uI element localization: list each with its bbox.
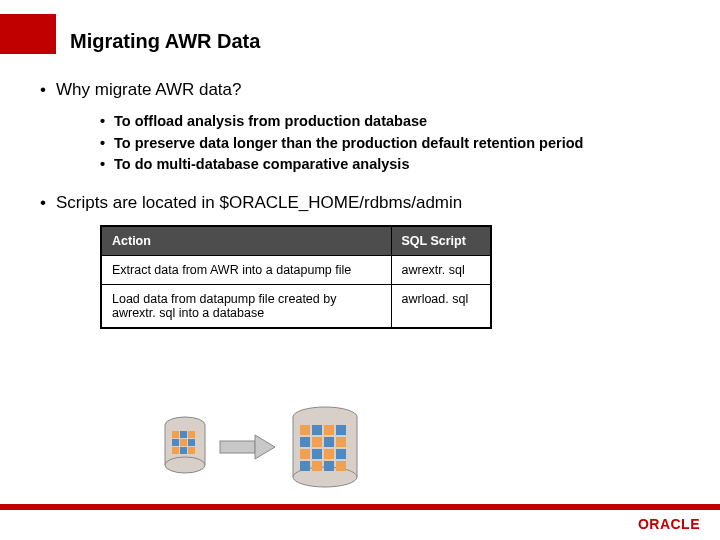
svg-rect-33 [300, 461, 310, 471]
table-row: Extract data from AWR into a datapump fi… [101, 255, 491, 284]
svg-rect-28 [336, 437, 346, 447]
slide-title: Migrating AWR Data [70, 30, 260, 53]
table-row: Load data from datapump file created by … [101, 284, 491, 328]
header-action: Action [101, 226, 391, 256]
reasons-list: To offload analysis from production data… [100, 112, 680, 175]
svg-rect-26 [312, 437, 322, 447]
svg-rect-36 [336, 461, 346, 471]
content-area: Why migrate AWR data? To offload analysi… [40, 80, 680, 329]
svg-rect-22 [312, 425, 322, 435]
database-migration-diagram [150, 405, 400, 495]
reason-item: To do multi-database comparative analysi… [100, 155, 680, 175]
source-database-icon [165, 417, 205, 473]
svg-rect-13 [188, 447, 195, 454]
svg-rect-9 [180, 439, 187, 446]
svg-rect-31 [324, 449, 334, 459]
cell-action: Extract data from AWR into a datapump fi… [101, 255, 391, 284]
svg-rect-7 [188, 431, 195, 438]
svg-rect-23 [324, 425, 334, 435]
table-header-row: Action SQL Script [101, 226, 491, 256]
scripts-table: Action SQL Script Extract data from AWR … [100, 225, 492, 329]
svg-rect-10 [188, 439, 195, 446]
bullet-scripts-location: Scripts are located in $ORACLE_HOME/rdbm… [40, 193, 680, 213]
reason-item: To preserve data longer than the product… [100, 134, 680, 154]
oracle-logo: ORACLE [638, 516, 700, 532]
bullet-why-migrate: Why migrate AWR data? [40, 80, 680, 100]
svg-rect-11 [172, 447, 179, 454]
cell-action: Load data from datapump file created by … [101, 284, 391, 328]
svg-rect-29 [300, 449, 310, 459]
target-database-icon [293, 407, 357, 487]
cell-script: awrload. sql [391, 284, 491, 328]
svg-rect-35 [324, 461, 334, 471]
scripts-table-wrap: Action SQL Script Extract data from AWR … [100, 225, 680, 329]
svg-rect-24 [336, 425, 346, 435]
svg-rect-27 [324, 437, 334, 447]
reason-item: To offload analysis from production data… [100, 112, 680, 132]
svg-rect-14 [220, 441, 255, 453]
header-accent-block [0, 14, 56, 54]
svg-rect-34 [312, 461, 322, 471]
footer-accent-bar [0, 504, 720, 510]
svg-rect-5 [172, 431, 179, 438]
svg-rect-32 [336, 449, 346, 459]
svg-rect-25 [300, 437, 310, 447]
svg-point-4 [165, 457, 205, 473]
svg-rect-30 [312, 449, 322, 459]
header-script: SQL Script [391, 226, 491, 256]
svg-rect-12 [180, 447, 187, 454]
svg-rect-6 [180, 431, 187, 438]
cell-script: awrextr. sql [391, 255, 491, 284]
svg-rect-8 [172, 439, 179, 446]
svg-rect-21 [300, 425, 310, 435]
migration-arrow-icon [220, 435, 275, 459]
svg-marker-15 [255, 435, 275, 459]
